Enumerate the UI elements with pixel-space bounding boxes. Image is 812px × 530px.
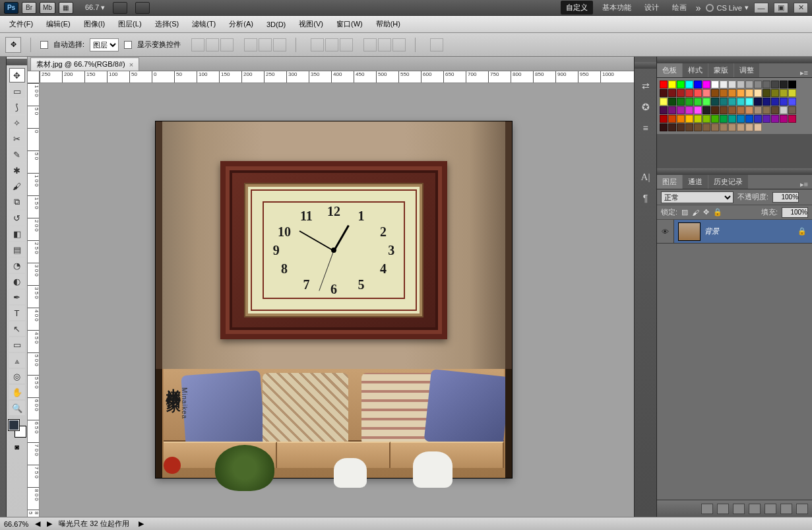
quickmask-toggle[interactable]: ◙: [9, 440, 25, 454]
swatch[interactable]: [737, 98, 745, 106]
swatch[interactable]: [660, 89, 668, 97]
menu-window[interactable]: 窗口(W): [330, 19, 369, 29]
wand-tool[interactable]: ✧: [9, 116, 25, 130]
swatch[interactable]: [694, 123, 702, 131]
zoom-tool[interactable]: 🔍: [9, 401, 25, 415]
swatch[interactable]: [737, 123, 745, 131]
link-layers-button[interactable]: [701, 504, 713, 514]
swatch[interactable]: [771, 89, 779, 97]
swatch[interactable]: [694, 81, 702, 88]
menu-filter[interactable]: 滤镜(T): [185, 19, 222, 29]
swatch[interactable]: [754, 115, 762, 123]
swatch[interactable]: [745, 106, 753, 114]
layer-style-button[interactable]: [717, 504, 729, 514]
swatch[interactable]: [745, 89, 753, 97]
swatch[interactable]: [780, 89, 788, 97]
lock-all-icon[interactable]: 🔒: [713, 208, 722, 216]
swatch[interactable]: [720, 123, 728, 131]
swatch[interactable]: [737, 106, 745, 114]
screen-mode-button[interactable]: [135, 2, 150, 14]
new-layer-button[interactable]: [780, 504, 792, 514]
tab-adjustments[interactable]: 调整: [734, 63, 759, 77]
swatch[interactable]: [737, 115, 745, 123]
swatch[interactable]: [677, 81, 685, 88]
lock-pixels-icon[interactable]: 🖌: [692, 209, 699, 216]
status-arrow-left-icon[interactable]: ◀: [35, 519, 40, 528]
layer-name[interactable]: 背景: [704, 226, 719, 236]
canvas-viewport[interactable]: 12 1 2 3 4 5 6 7 8 9: [40, 83, 634, 517]
hand-tool[interactable]: ✋: [9, 385, 25, 399]
swatch[interactable]: [694, 115, 702, 123]
3d-camera-tool[interactable]: ◎: [9, 369, 25, 383]
swatch[interactable]: [754, 98, 762, 106]
swatch[interactable]: [771, 115, 779, 123]
swatch[interactable]: [685, 123, 693, 131]
workspace-essentials[interactable]: 基本功能: [598, 1, 635, 15]
swatches-grid[interactable]: [657, 78, 812, 134]
layer-thumbnail[interactable]: [678, 222, 701, 241]
swatch[interactable]: [745, 81, 753, 88]
menu-help[interactable]: 帮助(H): [369, 19, 407, 29]
show-transform-checkbox[interactable]: [124, 41, 132, 49]
swatch[interactable]: [677, 89, 685, 97]
swatch[interactable]: [711, 98, 719, 106]
swatch[interactable]: [720, 98, 728, 106]
menu-layer[interactable]: 图层(L): [111, 19, 148, 29]
swatch[interactable]: [685, 106, 693, 114]
swatch[interactable]: [763, 106, 770, 114]
swatch[interactable]: [685, 89, 693, 97]
swatch[interactable]: [788, 98, 796, 106]
swatch[interactable]: [720, 89, 728, 97]
swatch[interactable]: [694, 89, 702, 97]
marquee-tool[interactable]: ▭: [9, 84, 25, 98]
styles-icon[interactable]: ≡: [639, 121, 653, 135]
close-icon[interactable]: ×: [129, 61, 133, 69]
swatch[interactable]: [685, 98, 693, 106]
status-arrow-right-icon[interactable]: ▶: [47, 519, 52, 528]
status-menu-icon[interactable]: ▶: [139, 519, 144, 528]
masks-icon[interactable]: ✪: [639, 100, 653, 114]
swatch[interactable]: [711, 81, 719, 88]
swatch[interactable]: [788, 115, 796, 123]
bridge-button[interactable]: Br: [22, 2, 36, 14]
swatch[interactable]: [763, 115, 770, 123]
swatch[interactable]: [728, 98, 736, 106]
swatch[interactable]: [720, 106, 728, 114]
swatch[interactable]: [703, 98, 710, 106]
minibridge-button[interactable]: Mb: [40, 2, 55, 14]
paragraph-icon[interactable]: ¶: [639, 191, 653, 205]
swatch[interactable]: [763, 81, 770, 88]
swatch[interactable]: [660, 98, 668, 106]
swatch[interactable]: [728, 115, 736, 123]
tab-swatches[interactable]: 色板: [657, 63, 682, 77]
swatch[interactable]: [668, 89, 676, 97]
swatch[interactable]: [711, 89, 719, 97]
eraser-tool[interactable]: ◧: [9, 226, 25, 241]
tab-channels[interactable]: 通道: [683, 175, 708, 189]
delete-layer-button[interactable]: [796, 504, 808, 514]
swatch[interactable]: [763, 89, 770, 97]
swatch[interactable]: [745, 115, 753, 123]
document-tab[interactable]: 素材.jpg @ 66.7%(RGB/8#) ×: [30, 57, 139, 71]
type-tool[interactable]: T: [9, 306, 25, 320]
adjustment-layer-button[interactable]: [749, 504, 761, 514]
swatch[interactable]: [780, 81, 788, 88]
workspace-painting[interactable]: 绘画: [668, 1, 691, 15]
swatch[interactable]: [703, 89, 710, 97]
shape-tool[interactable]: ▭: [9, 337, 25, 352]
swatch[interactable]: [771, 98, 779, 106]
swatch[interactable]: [754, 81, 762, 88]
swatch[interactable]: [780, 115, 788, 123]
panel-menu-icon[interactable]: ▸≡: [796, 69, 812, 77]
character-icon[interactable]: A|: [639, 170, 653, 183]
swatch[interactable]: [788, 89, 796, 97]
visibility-icon[interactable]: 👁: [657, 220, 674, 243]
menu-image[interactable]: 图像(I): [77, 19, 111, 29]
swatch[interactable]: [745, 98, 753, 106]
swatch[interactable]: [788, 81, 796, 88]
blend-mode-select[interactable]: 正常: [661, 191, 734, 203]
swatch[interactable]: [780, 98, 788, 106]
blur-tool[interactable]: ◔: [9, 258, 25, 273]
workspace-more-icon[interactable]: »: [696, 3, 701, 13]
swatch[interactable]: [711, 123, 719, 131]
